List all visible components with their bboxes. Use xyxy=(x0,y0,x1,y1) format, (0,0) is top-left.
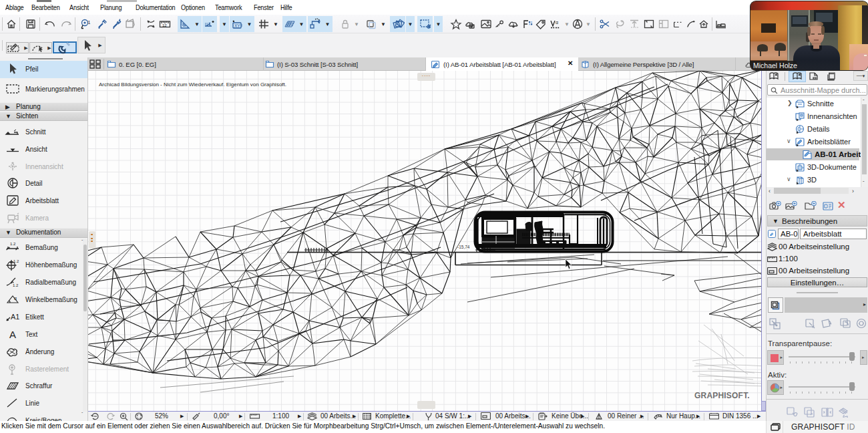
svg-text:1: 1 xyxy=(88,20,91,25)
svg-text:·····: ····· xyxy=(32,51,37,54)
svg-text:1.2: 1.2 xyxy=(13,259,19,263)
svg-text:A1: A1 xyxy=(11,313,19,321)
svg-text:A: A xyxy=(9,329,16,340)
svg-text:α: α xyxy=(14,296,17,301)
svg-text:12: 12 xyxy=(162,23,167,27)
svg-text:1.2: 1.2 xyxy=(10,242,16,246)
svg-text:α: α xyxy=(556,20,558,25)
svg-text:XY: XY xyxy=(234,23,240,28)
svg-text:1.2: 1.2 xyxy=(13,283,19,287)
